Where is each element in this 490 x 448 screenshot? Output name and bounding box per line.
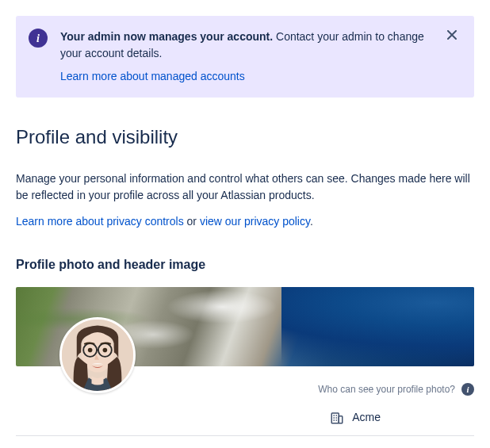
page-title: Profile and visibility xyxy=(16,123,474,151)
org-visibility-row: Acme xyxy=(16,409,474,436)
info-icon: i xyxy=(29,29,48,48)
period: . xyxy=(310,215,313,228)
privacy-links-row: Learn more about privacy controls or vie… xyxy=(16,213,474,230)
close-icon xyxy=(447,30,457,40)
banner-learn-more-link[interactable]: Learn more about managed accounts xyxy=(60,68,245,85)
svg-rect-7 xyxy=(331,413,339,423)
visibility-label: Who can see your profile photo? xyxy=(318,382,455,396)
building-icon xyxy=(330,411,344,425)
help-icon[interactable]: i xyxy=(461,383,474,396)
avatar[interactable] xyxy=(59,317,136,393)
admin-managed-banner: i Your admin now manages your account. C… xyxy=(16,16,474,98)
privacy-controls-link[interactable]: Learn more about privacy controls xyxy=(16,215,184,228)
banner-bold: Your admin now manages your account. xyxy=(60,30,273,43)
privacy-policy-link[interactable]: view our privacy policy xyxy=(200,215,310,228)
svg-point-6 xyxy=(103,348,108,353)
banner-text: Your admin now manages your account. Con… xyxy=(60,29,430,62)
svg-point-5 xyxy=(88,348,93,353)
close-banner-button[interactable] xyxy=(442,29,461,41)
org-name: Acme xyxy=(352,409,381,426)
section-title: Profile photo and header image xyxy=(16,255,474,274)
or-text: or xyxy=(184,215,200,228)
page-description: Manage your personal information and con… xyxy=(16,170,474,204)
svg-rect-8 xyxy=(339,415,343,423)
banner-content: Your admin now manages your account. Con… xyxy=(60,29,430,85)
header-container xyxy=(16,287,474,366)
